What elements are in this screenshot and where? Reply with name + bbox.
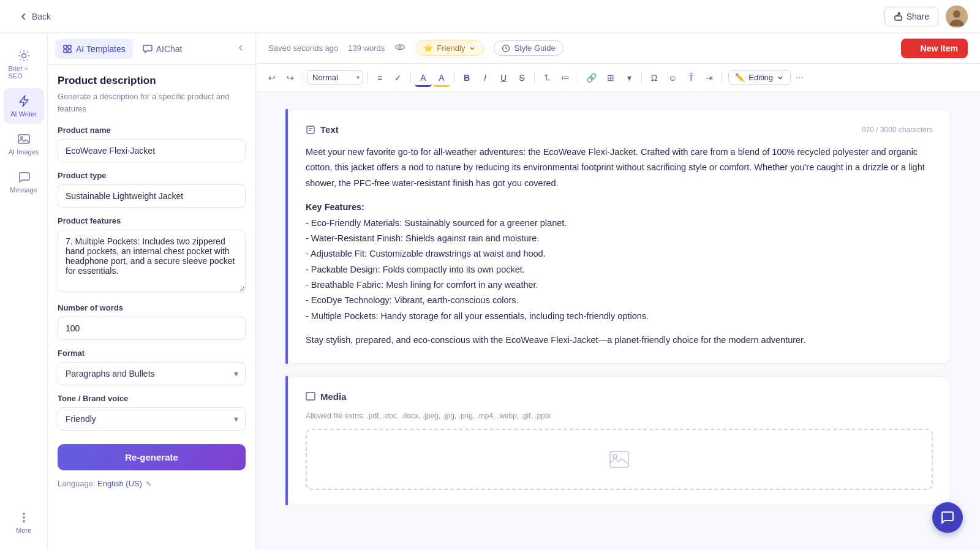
bullet-list-button[interactable]: ≔ (557, 69, 574, 87)
image-placeholder-icon (608, 448, 630, 470)
editing-chevron-icon (777, 74, 784, 81)
chat-fab-button[interactable] (932, 502, 963, 533)
text-format-button[interactable]: T̄ (682, 69, 699, 87)
templates-icon (62, 44, 72, 54)
avatar-image (946, 6, 968, 28)
format-label: Format (58, 348, 246, 358)
tone-label: Tone / Brand voice (58, 394, 246, 403)
product-type-label: Product type (58, 171, 246, 180)
media-dropzone[interactable] (306, 429, 933, 490)
new-item-button[interactable]: New Item (901, 39, 968, 58)
style-guide-icon (502, 44, 510, 53)
key-features-section: Key Features: - Eco-Friendly Materials: … (306, 200, 933, 324)
panel-collapse-button[interactable] (233, 40, 248, 57)
text-style-select[interactable]: Normal Heading 1 Heading 2 (307, 70, 363, 85)
align-button[interactable]: ≡ (371, 69, 388, 87)
media-allowed-types: Allowed file extns: .pdf, .doc, .docx, .… (306, 412, 933, 420)
redo-button[interactable]: ↪ (282, 69, 299, 87)
underline-button[interactable]: U (495, 69, 512, 87)
panel-tabs: AI Templates AIChat (48, 33, 255, 65)
key-features-heading: Key Features: (306, 202, 364, 212)
svg-rect-11 (64, 50, 67, 53)
product-name-input[interactable] (58, 139, 246, 162)
num-words-input[interactable] (58, 317, 246, 340)
svg-point-6 (23, 513, 25, 515)
char-count: 970 / 3000 characters (862, 126, 933, 134)
toolbar-divider-5 (534, 72, 535, 84)
doc-text-content[interactable]: Meet your new favorite go-to for all-wea… (306, 145, 933, 348)
product-features-label: Product features (58, 216, 246, 225)
closing-paragraph: Stay stylish, prepared, and eco-consciou… (306, 333, 933, 348)
table-dropdown-button[interactable]: ▾ (620, 69, 638, 87)
feature-7: - Multiple Pockets: Handy storage for al… (306, 311, 649, 321)
media-section-icon (306, 391, 315, 401)
toolbar-divider-3 (410, 72, 411, 84)
panel-title: Product description (58, 75, 246, 87)
language-link[interactable]: English (US) (97, 479, 142, 488)
sidebar-item-brief-seo[interactable]: Brief + SEO (4, 43, 44, 86)
intro-paragraph: Meet your new favorite go-to for all-wea… (306, 145, 933, 191)
style-guide-label: Style Guide (514, 43, 555, 53)
format-more-button[interactable]: ··· (792, 70, 807, 86)
tone-emoji: ⭐ (423, 43, 433, 53)
tab-ai-templates[interactable]: AI Templates (55, 39, 133, 59)
tone-select[interactable]: Friendly Professional Casual Formal (58, 407, 246, 431)
editing-label: Editing (748, 73, 773, 82)
svg-point-13 (396, 45, 404, 50)
product-type-input[interactable] (58, 184, 246, 208)
pencil-icon: ✏️ (735, 73, 745, 82)
svg-rect-16 (307, 126, 314, 134)
num-words-label: Number of words (58, 303, 246, 312)
avatar[interactable] (946, 6, 968, 28)
style-guide-button[interactable]: Style Guide (494, 40, 563, 56)
editing-badge[interactable]: ✏️ Editing (728, 70, 791, 85)
table-button[interactable]: ⊞ (602, 69, 619, 87)
sidebar-item-more[interactable]: More (4, 505, 44, 540)
media-section-title: Media (306, 391, 347, 402)
svg-rect-12 (68, 50, 71, 53)
svg-point-2 (953, 10, 960, 18)
svg-point-7 (23, 516, 25, 519)
saved-status: Saved seconds ago (268, 43, 338, 53)
highlight-button[interactable]: A (433, 69, 450, 87)
strikethrough-button[interactable]: S (513, 69, 530, 87)
ordered-list-button[interactable]: ⒈ (538, 69, 556, 87)
product-name-label: Product name (58, 126, 246, 135)
feature-3: - Adjustable Fit: Customizable drawstrin… (306, 249, 546, 258)
sidebar-ai-writer-label: AI Writer (10, 110, 37, 118)
svg-point-5 (21, 137, 23, 138)
sidebar-item-message[interactable]: Message (4, 164, 44, 200)
new-item-label: New Item (921, 43, 958, 53)
sidebar-item-ai-images[interactable]: AI Images (4, 126, 44, 162)
sidebar-item-ai-writer[interactable]: AI Writer (4, 88, 44, 124)
link-button[interactable]: 🔗 (582, 69, 601, 87)
italic-button[interactable]: I (477, 69, 494, 87)
regenerate-button[interactable]: Re-generate (58, 444, 246, 470)
emoji-button[interactable]: ☺ (664, 69, 681, 87)
new-item-dot (911, 45, 917, 51)
tab-ai-templates-label: AI Templates (76, 44, 126, 54)
tab-aichat-label: AIChat (156, 44, 183, 54)
special-char-button[interactable]: Ω (646, 69, 663, 87)
language-label: Language: (58, 479, 95, 488)
left-panel: AI Templates AIChat Product description … (48, 33, 256, 550)
text-color-button[interactable]: A (415, 69, 432, 87)
format-select[interactable]: Paragraphs and Bullets Paragraphs Bullet… (58, 362, 246, 385)
undo-button[interactable]: ↩ (263, 69, 281, 87)
check-button[interactable]: ✓ (390, 69, 407, 87)
svg-rect-0 (895, 16, 902, 20)
back-button[interactable]: Back (12, 8, 57, 25)
format-toolbar: ↩ ↪ Normal Heading 1 Heading 2 ≡ ✓ A A B… (256, 64, 980, 92)
tab-aichat[interactable]: AIChat (135, 39, 190, 59)
svg-rect-17 (610, 451, 628, 467)
svg-point-8 (23, 520, 25, 522)
eye-icon[interactable] (394, 42, 405, 55)
gear-icon (17, 49, 31, 62)
share-button[interactable]: Share (884, 7, 938, 26)
message-icon (17, 170, 31, 184)
product-features-textarea[interactable]: 7. Multiple Pockets: Includes two zipper… (58, 230, 246, 292)
bold-button[interactable]: B (458, 69, 475, 87)
tone-badge[interactable]: ⭐ Friendly (415, 40, 484, 56)
share-label: Share (907, 12, 929, 21)
indent-button[interactable]: ⇥ (701, 69, 718, 87)
